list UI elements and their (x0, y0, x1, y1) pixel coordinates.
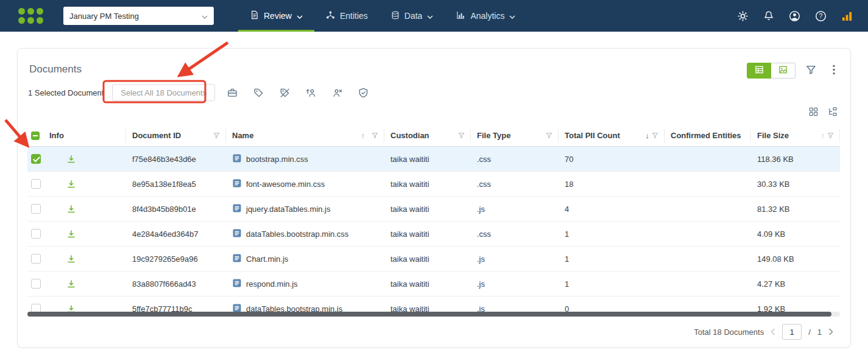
status-bars-icon[interactable] (841, 10, 853, 22)
filter-button[interactable] (803, 63, 819, 79)
protect-icon[interactable] (358, 88, 369, 98)
column-header-info[interactable]: Info (49, 131, 64, 140)
download-icon[interactable] (66, 229, 76, 239)
row-checkbox[interactable] (31, 279, 41, 289)
pii-count-cell: 1 (559, 279, 665, 289)
table-row[interactable]: f75e846b3e43d6e bootstrap.min.css taika … (27, 147, 840, 172)
pagination-total-label: Total 18 Documents (694, 328, 764, 337)
document-name[interactable]: respond.min.js (246, 279, 298, 289)
nav-item-review[interactable]: Review (238, 0, 314, 32)
pagination: Total 18 Documents / 1 (694, 324, 833, 340)
panel-header-controls (747, 63, 842, 79)
pii-count-cell: 4 (559, 205, 665, 214)
more-options-button[interactable] (826, 63, 842, 79)
document-name[interactable]: font-awesome.min.css (246, 180, 325, 189)
row-checkbox[interactable] (31, 204, 41, 214)
file-type-cell: .css (471, 180, 559, 189)
image-view-button[interactable] (771, 63, 796, 79)
sort-ascending-icon[interactable]: ↑ (361, 131, 365, 140)
table-row[interactable]: 19c9279265e9a96 Chart.min.js taika waiti… (27, 247, 840, 272)
next-page-icon[interactable] (828, 328, 833, 335)
table-row[interactable]: 4e284a46ed364b7 dataTables.bootstrap.min… (27, 222, 840, 247)
documents-panel: Documents 1 Selected Do (17, 48, 851, 348)
column-filter-icon[interactable] (827, 132, 834, 139)
notifications-icon[interactable] (763, 10, 774, 21)
column-filter-icon[interactable] (546, 132, 552, 139)
more-options-icon (833, 65, 835, 77)
file-size-cell: 81.32 KB (751, 205, 840, 214)
chevron-down-icon (427, 11, 433, 21)
column-header-custodian[interactable]: Custodian (390, 131, 429, 140)
column-header-name[interactable]: Name (232, 131, 253, 140)
document-name[interactable]: bootstrap.min.css (246, 155, 308, 164)
pagination-total-pages: 1 (817, 328, 822, 337)
row-checkbox[interactable] (31, 254, 41, 264)
sort-descending-icon[interactable]: ↓ (646, 131, 650, 140)
select-all-button[interactable]: Select All 18 Documents (112, 84, 215, 101)
column-filter-icon[interactable] (213, 132, 220, 139)
sort-ascending-icon[interactable]: ↑ (821, 131, 825, 140)
file-type-cell: .css (471, 230, 559, 239)
top-navbar: January PM Testing Review Entities Data (0, 0, 868, 32)
file-size-cell: 118.36 KB (751, 155, 840, 164)
view-toggle-group (747, 63, 796, 79)
column-filter-icon[interactable] (372, 132, 378, 139)
production-icon[interactable] (227, 88, 238, 98)
download-icon[interactable] (66, 179, 76, 189)
unassign-icon[interactable] (332, 88, 342, 98)
column-header-file-type[interactable]: File Type (477, 131, 510, 140)
project-selector[interactable]: January PM Testing (63, 7, 214, 25)
column-header-total-pii-count[interactable]: Total PII Count (565, 131, 620, 140)
document-name[interactable]: dataTables.bootstrap.min.css (246, 230, 348, 239)
pii-count-cell: 1 (559, 254, 665, 264)
filter-icon (806, 65, 816, 77)
nav-item-entities[interactable]: Entities (314, 0, 379, 32)
page-number-input[interactable] (782, 324, 802, 340)
download-icon[interactable] (66, 279, 76, 289)
entities-icon (326, 10, 335, 21)
row-checkbox[interactable] (31, 179, 41, 189)
nav-item-analytics[interactable]: Analytics (445, 0, 527, 32)
previous-page-icon[interactable] (771, 328, 775, 335)
column-header-document-id[interactable]: Document ID (132, 131, 181, 140)
pii-count-cell: 70 (559, 155, 665, 164)
untag-icon[interactable] (280, 88, 290, 98)
row-checkbox[interactable] (31, 229, 41, 239)
document-name[interactable]: jquery.dataTables.min.js (246, 205, 331, 214)
column-filter-icon[interactable] (652, 132, 658, 139)
table-row[interactable]: 8e95a138e1f8ea5 font-awesome.min.css tai… (27, 172, 840, 197)
grid-view-icon[interactable] (809, 107, 818, 116)
column-layout-icon[interactable] (828, 107, 837, 116)
column-header-confirmed-entities[interactable]: Confirmed Entities (671, 131, 741, 140)
table-row[interactable]: 8f4d3b45b89b01e jquery.dataTables.min.js… (27, 197, 840, 222)
download-icon[interactable] (66, 204, 76, 214)
download-icon[interactable] (66, 154, 76, 164)
page-title: Documents (29, 63, 82, 75)
assign-icon[interactable] (306, 88, 316, 98)
document-name[interactable]: Chart.min.js (246, 254, 288, 264)
tag-icon[interactable] (253, 88, 264, 98)
app-logo (18, 8, 43, 24)
custodian-cell: taika waititi (384, 205, 471, 214)
account-icon[interactable] (789, 10, 800, 22)
nav-item-data[interactable]: Data (379, 0, 445, 32)
file-type-cell: .js (471, 279, 559, 289)
file-size-cell: 4.09 KB (751, 230, 840, 239)
select-all-checkbox[interactable] (31, 131, 40, 140)
column-header-file-size[interactable]: File Size (757, 131, 789, 140)
image-view-icon (778, 65, 788, 77)
table-body: f75e846b3e43d6e bootstrap.min.css taika … (27, 147, 840, 317)
help-icon[interactable]: ? (815, 10, 827, 22)
column-filter-icon[interactable] (458, 132, 465, 139)
file-size-cell: 30.33 KB (751, 180, 840, 189)
pii-count-cell: 1 (559, 230, 665, 239)
document-id-cell: 19c9279265e9a96 (126, 254, 226, 264)
table-view-button[interactable] (747, 63, 771, 79)
horizontal-scrollbar-thumb[interactable] (27, 312, 831, 317)
download-icon[interactable] (66, 254, 76, 264)
settings-icon[interactable] (737, 10, 749, 22)
table-row[interactable]: 83a8807f666ad43 respond.min.js taika wai… (27, 272, 840, 296)
selection-summary: 1 Selected Document (28, 88, 104, 97)
file-icon (232, 278, 242, 290)
row-checkbox[interactable] (31, 154, 41, 164)
